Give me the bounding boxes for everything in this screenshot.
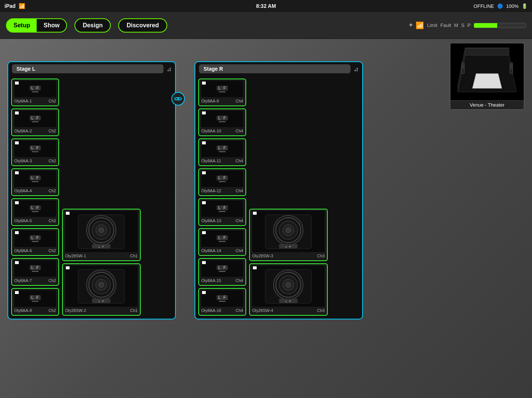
device-card-small[interactable]: L F Oly8AA-13 Ch4 bbox=[198, 198, 246, 226]
lf-bar bbox=[32, 121, 39, 122]
device-name-label: Oly8AA-3 bbox=[14, 159, 32, 163]
device-info: Oly8AA-11 Ch4 bbox=[201, 158, 243, 164]
stage-l-header: Stage L ⊿ bbox=[8, 62, 175, 76]
device-flag bbox=[15, 201, 19, 204]
device-card-large[interactable]: L F Oly28SW-1 Ch1 bbox=[62, 209, 141, 261]
device-card-small[interactable]: L F Oly8AA-16 Ch4 bbox=[198, 288, 246, 316]
venue-label: Venue - Theater bbox=[450, 100, 524, 109]
device-card-small[interactable]: L F Oly8AA-15 Ch4 bbox=[198, 258, 246, 286]
link-icon[interactable] bbox=[171, 92, 185, 105]
svg-text:L   F: L F bbox=[99, 299, 104, 303]
device-info: Oly8AA-7 Ch2 bbox=[14, 278, 56, 284]
setup-show-group[interactable]: Setup Show bbox=[6, 18, 67, 33]
svg-point-22 bbox=[99, 282, 104, 287]
level-bar-wrap bbox=[474, 23, 526, 28]
device-flag bbox=[202, 261, 206, 264]
lf-bar bbox=[219, 301, 226, 302]
stage-r-small-column: L F Oly8AA-9 Ch4 L F Oly8AA-10 Ch4 L F bbox=[198, 79, 246, 316]
main-area: Venue - Theater Stage L ⊿ L F Oly8AA-1 C… bbox=[0, 39, 532, 398]
p-label: P bbox=[467, 22, 471, 28]
svg-marker-3 bbox=[473, 74, 502, 88]
device-info: Oly8AA-12 Ch4 bbox=[201, 188, 243, 194]
device-info: Oly8AA-10 Ch4 bbox=[201, 128, 243, 134]
device-card-large[interactable]: L F Oly28SW-3 Ch3 bbox=[249, 209, 328, 261]
device-card-small[interactable]: L F Oly8AA-7 Ch2 bbox=[11, 258, 59, 286]
fault-label: Fault bbox=[440, 22, 451, 28]
setup-button[interactable]: Setup bbox=[7, 19, 37, 32]
device-flag bbox=[15, 171, 19, 174]
device-ch-label: Ch2 bbox=[49, 278, 56, 283]
device-flag bbox=[202, 171, 206, 174]
device-name-label: Oly8AA-4 bbox=[14, 189, 32, 193]
device-ch-label: Ch4 bbox=[236, 99, 243, 103]
stage-l-title: Stage L bbox=[12, 64, 163, 73]
lf-label: L F bbox=[217, 265, 228, 270]
device-info: Oly8AA-15 Ch4 bbox=[201, 278, 243, 284]
device-flag bbox=[66, 266, 70, 269]
stages-container: Stage L ⊿ L F Oly8AA-1 Ch2 L F bbox=[7, 61, 363, 319]
device-card-small[interactable]: L F Oly8AA-8 Ch2 bbox=[11, 288, 59, 316]
level-bar bbox=[474, 23, 526, 28]
device-card-small[interactable]: L F Oly8AA-2 Ch2 bbox=[11, 108, 59, 136]
device-ch-label: Ch2 bbox=[49, 129, 56, 133]
stage-r-header: Stage R ⊿ bbox=[195, 62, 362, 76]
device-card-small[interactable]: L F Oly8AA-6 Ch2 bbox=[11, 228, 59, 256]
device-flag bbox=[15, 261, 19, 264]
discovered-button[interactable]: Discovered bbox=[118, 18, 167, 33]
device-preview: L F bbox=[201, 230, 243, 247]
device-card-large[interactable]: L F Oly28SW-4 Ch3 bbox=[249, 263, 328, 316]
device-name-label: Oly8AA-12 bbox=[201, 189, 221, 193]
device-info: Oly28SW-3 Ch3 bbox=[252, 253, 325, 259]
lf-label: L F bbox=[30, 86, 41, 91]
stage-l-content: L F Oly8AA-1 Ch2 L F Oly8AA-2 Ch2 L F bbox=[8, 76, 175, 319]
device-name-label: Oly8AA-9 bbox=[201, 99, 219, 103]
lf-label: L F bbox=[30, 295, 41, 300]
sub-speaker: L F bbox=[72, 268, 130, 305]
device-ch-label: Ch4 bbox=[236, 159, 243, 163]
device-card-large[interactable]: L F Oly28SW-2 Ch1 bbox=[62, 263, 141, 316]
device-ch-label: Ch2 bbox=[49, 248, 56, 253]
sub-preview: L F bbox=[252, 266, 325, 307]
lf-bar bbox=[219, 211, 226, 212]
bluetooth-icon: 🔵 bbox=[497, 3, 503, 9]
show-button[interactable]: Show bbox=[37, 19, 66, 32]
device-card-small[interactable]: L F Oly8AA-14 Ch4 bbox=[198, 228, 246, 256]
device-card-small[interactable]: L F Oly8AA-1 Ch2 bbox=[11, 79, 59, 106]
device-flag bbox=[66, 212, 70, 215]
device-card-small[interactable]: L F Oly8AA-3 Ch2 bbox=[11, 138, 59, 166]
limit-label: Limit bbox=[427, 22, 437, 28]
device-ch-label: Ch2 bbox=[49, 218, 56, 223]
device-preview: L F bbox=[14, 290, 56, 307]
device-card-small[interactable]: L F Oly8AA-10 Ch4 bbox=[198, 108, 246, 136]
device-preview: L F bbox=[201, 290, 243, 307]
device-name-label: Oly8AA-15 bbox=[201, 278, 221, 283]
device-name-label: Oly8AA-1 bbox=[14, 99, 32, 103]
device-card-small[interactable]: L F Oly8AA-5 Ch2 bbox=[11, 198, 59, 226]
device-name-label: Oly8AA-11 bbox=[201, 159, 221, 163]
device-card-small[interactable]: L F Oly8AA-4 Ch2 bbox=[11, 168, 59, 196]
m-label: M bbox=[454, 22, 458, 28]
status-bar: iPad 📶 8:32 AM OFFLINE 🔵 100% 🔋 bbox=[0, 0, 532, 12]
lf-bar bbox=[219, 121, 226, 122]
lf-bar bbox=[32, 91, 39, 92]
add-icon[interactable]: + bbox=[409, 21, 413, 29]
device-card-small[interactable]: L F Oly8AA-9 Ch4 bbox=[198, 79, 246, 106]
battery-level: 100% bbox=[506, 3, 519, 9]
device-card-small[interactable]: L F Oly8AA-12 Ch4 bbox=[198, 168, 246, 196]
device-name-label: Oly8AA-7 bbox=[14, 278, 32, 283]
design-button[interactable]: Design bbox=[74, 18, 111, 33]
lf-bar bbox=[219, 91, 226, 92]
device-preview: L F bbox=[14, 230, 56, 247]
stage-r-sub-column: L F Oly28SW-3 Ch3 bbox=[249, 79, 328, 316]
lf-bar bbox=[32, 301, 39, 302]
device-card-small[interactable]: L F Oly8AA-11 Ch4 bbox=[198, 138, 246, 166]
stage-l-small-column: L F Oly8AA-1 Ch2 L F Oly8AA-2 Ch2 L F bbox=[11, 79, 59, 316]
lf-bar bbox=[32, 271, 39, 272]
lf-label: L F bbox=[217, 295, 228, 300]
device-ch-label: Ch2 bbox=[49, 99, 56, 103]
venue-thumbnail[interactable]: Venue - Theater bbox=[450, 43, 525, 110]
time-display: 8:32 AM bbox=[256, 3, 276, 9]
svg-marker-2 bbox=[465, 48, 509, 55]
lf-label: L F bbox=[217, 175, 228, 180]
lf-bar bbox=[32, 151, 39, 152]
